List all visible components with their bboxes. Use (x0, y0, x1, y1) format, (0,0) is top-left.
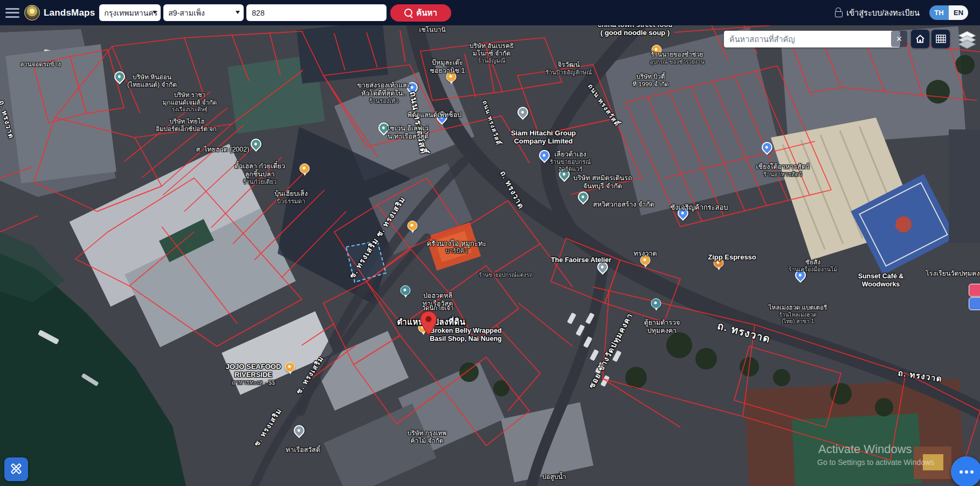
poi-label-broken-belly[interactable]: Broken Belly WrappedBasil Shop, Nai Nuen… (430, 327, 501, 343)
edge-poi-icon[interactable] (969, 297, 980, 310)
poi-label-faoirse-atelier[interactable]: The Faoirse Atelier (551, 256, 611, 264)
generic-poi-pin[interactable] (294, 425, 305, 436)
poi-label[interactable]: ทรงวาด (633, 250, 657, 258)
dol-logo (24, 5, 40, 20)
store-poi-pin[interactable] (251, 139, 261, 149)
layers-icon (956, 28, 978, 50)
poi-label[interactable]: โรงเรียนวัดปทุมคงคา (926, 270, 980, 278)
police-poi-pin[interactable] (651, 298, 661, 309)
poi-label[interactable]: บริษัท หินอ่อน(ไทยแลนด์) จำกัด (127, 73, 177, 88)
app-title: LandsMaps (44, 8, 95, 18)
poi-label[interactable]: บริษัท กรุงเทพค้าไม้ จำกัด (408, 429, 447, 444)
lang-th-button[interactable]: TH (929, 5, 949, 20)
poi-label[interactable]: จิรวัฒน์ร้านป้ายอัญลักษณ์ (546, 61, 592, 76)
poi-label-siam-hitachi[interactable]: Siam Hitachi GroupCompany Limited (511, 129, 576, 146)
language-toggle: TH EN (929, 5, 968, 20)
poi-label[interactable]: ซังเจริญค้ากระสอบ (670, 203, 728, 211)
poi-label[interactable]: ท่าเรือสวัสดิ์ (286, 446, 320, 454)
home-icon (915, 34, 925, 44)
poi-label[interactable]: ร้านขายอุปกรณ์แต่งรถ (479, 272, 533, 278)
poi-label[interactable]: พีด้าแลนด์เพ็ทช็อป (408, 111, 461, 119)
police-poi-pin[interactable] (401, 285, 411, 296)
ruler-pencil-icon (9, 462, 23, 476)
edge-poi-icon[interactable] (969, 284, 980, 297)
poi-label[interactable]: ส. ไทยฮวด (2002) (196, 146, 250, 154)
poi-label[interactable]: ไหลเม่งฮวด แบตเตอรี่ร้านไหลเม่งฮวด(ไทย) … (769, 304, 827, 324)
poi-label[interactable]: บ่อสูบน้ำ (542, 473, 567, 481)
shop-poi-pin[interactable] (762, 142, 772, 153)
chevron-down-icon (236, 11, 240, 14)
grid-view-button[interactable] (931, 30, 950, 48)
poi-label[interactable]: บีหมูละเด๊ะซอยวานิช 1 (430, 59, 465, 75)
activate-windows-watermark-sub: Go to Settings to activate Windows (817, 458, 934, 467)
poi-label-sunset-cafe[interactable]: Sunset Café &Woodworks (858, 272, 904, 289)
poi-label[interactable]: เชียงใต้อาหารสัตว์ร้านอาหารสัตว์ (756, 163, 810, 178)
poi-label[interactable]: บริษัท ไทยโฮอิมปอร์ตเอ็กซ์ปอร์ต จก. (156, 118, 218, 133)
poi-label[interactable]: ครัวนางไอ่ หมูกะทะบาร์บีคิว (426, 239, 486, 255)
poi-label[interactable]: บริษัท บิวตี้ที่ 1999 จำกัด (632, 73, 668, 88)
poi-label-jojo-seafood[interactable]: JOJO SEAFOODRIVERSIDEอาหารทะเล · $$ (226, 362, 281, 386)
restaurant-poi-pin[interactable] (408, 221, 418, 231)
poi-label-chinatown-food[interactable]: china town street food( good noodle soup… (598, 25, 673, 37)
restaurant-poi-pin[interactable] (300, 163, 310, 174)
store-poi-pin[interactable] (114, 71, 125, 82)
poi-label[interactable]: บริษัท อันเบรคธิมโนกซ์ จำกัดร้านอัญมณี (470, 42, 514, 64)
more-actions-button[interactable] (951, 456, 980, 486)
app-header: LandsMaps กรุงเทพมหานคร ส9-สามเพ็ง ค้นหา… (0, 0, 980, 25)
poi-label[interactable]: บริษัท ราชามุกแอนด์เจมส์ จำกัดรุ่งเรืองป… (163, 92, 217, 113)
parcel-number-input[interactable] (246, 4, 387, 21)
clear-search-button[interactable]: × (891, 31, 907, 47)
shop-poi-pin[interactable] (539, 150, 550, 161)
map-sheet-select[interactable]: ส9-สามเพ็ง (163, 4, 244, 21)
poi-label[interactable]: เซเว่น อีเลฟเว่น ท่าเรือสวัสดิ์ (388, 125, 429, 141)
poi-label[interactable]: ตั้วเฮลา ก๋วยเตี๋ยวลูกชิ้นปลาร้านก๋วยเตี… (234, 162, 285, 185)
poi-label[interactable]: เชโนบานิ (419, 26, 445, 33)
lang-en-button[interactable]: EN (949, 5, 968, 20)
poi-label[interactable]: เลี่ยวต้าเฮงร้านขายอุปกรณ์ฮาร์ดแวร์ (550, 150, 591, 173)
poi-label[interactable]: ร้านนายของชำช่วยอุปกรณ์ ของชำร่วยงาน (650, 51, 704, 65)
poi-label[interactable]: บุ้นเฮียบเส็งบิวธรรมดา (274, 190, 308, 205)
home-button[interactable] (911, 30, 929, 48)
activate-windows-watermark: Activate Windows (818, 442, 912, 456)
map-canvas[interactable]: china town street food( good noodle soup… (0, 25, 980, 486)
parcel-location-pin[interactable] (419, 311, 438, 338)
province-select[interactable]: กรุงเทพมหานคร (99, 4, 161, 21)
poi-label[interactable]: สหวิศวก่อสร้าง จำกัด (593, 201, 654, 209)
chevron-down-icon (153, 11, 157, 14)
close-icon: × (896, 33, 902, 44)
search-button[interactable]: ค้นหา (390, 4, 451, 22)
hamburger-menu-icon[interactable] (5, 8, 19, 18)
generic-poi-pin[interactable] (517, 107, 528, 118)
poi-label[interactable]: ลานจอดรถข้าง (20, 61, 61, 69)
poi-search-input[interactable] (724, 31, 900, 47)
store-poi-pin[interactable] (578, 191, 589, 202)
login-register-link[interactable]: เข้าสู่ระบบ/ลงทะเบียน (835, 6, 920, 19)
restaurant-poi-pin[interactable] (285, 362, 295, 372)
poi-label[interactable]: ตู้ยามตำรวจปทุมคงคา (644, 319, 680, 335)
poi-label-zipp-espresso[interactable]: Zipp Espresso (708, 253, 756, 261)
grid-icon (936, 35, 946, 43)
lock-icon (835, 11, 843, 17)
measure-tools-button[interactable] (4, 457, 28, 481)
poi-label[interactable]: ขายส่งรองเท้าและหัวโตดีที่สุดใน..ร้านรอง… (357, 81, 411, 104)
satellite-base-layer (0, 25, 980, 486)
search-icon (404, 9, 412, 17)
poi-label[interactable]: ชัยสังร้านเครื่องมืองานไม้ (789, 258, 837, 273)
layers-button[interactable] (953, 28, 976, 50)
poi-label[interactable]: บริษัท สหมิตรเดินรถจันทบุรี จำกัด (574, 174, 632, 190)
